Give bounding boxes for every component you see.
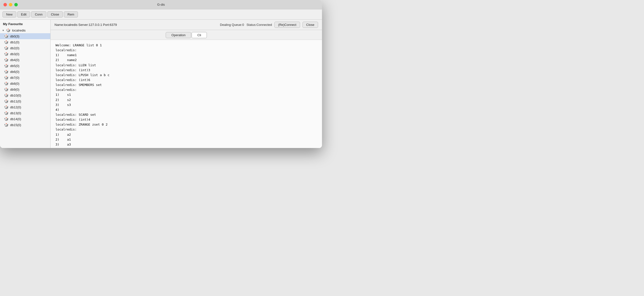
minimize-window-button[interactable] (9, 3, 12, 6)
titlebar: G-dis (0, 0, 322, 9)
server-item[interactable]: ▼ 🎲 localredis (0, 27, 50, 33)
content-area: My Favourite ▼ 🎲 localredis 🎲db0(3)🎲db1(… (0, 20, 322, 148)
database-item[interactable]: 🎲db13(0) (0, 110, 50, 116)
close-window-button[interactable] (4, 3, 7, 6)
db-name: db3(0) (10, 52, 20, 56)
db-name: db5(0) (10, 64, 20, 68)
tab-cli[interactable]: Cli (192, 32, 206, 38)
sidebar-title: My Favourite (0, 20, 50, 27)
db-name: db4(0) (10, 58, 20, 62)
app-window: G-dis New Edit Conn Close Rem My Favouri… (0, 0, 322, 148)
db-name: db2(0) (10, 46, 20, 50)
db-icon: 🎲 (4, 99, 9, 103)
db-icon: 🎲 (4, 40, 9, 44)
server-icon: 🎲 (6, 28, 10, 32)
connection-info: Name:localredis Server:127.0.0.1 Port:63… (54, 23, 117, 26)
database-item[interactable]: 🎲db10(0) (0, 92, 50, 98)
db-icon: 🎲 (4, 34, 9, 38)
new-button[interactable]: New (2, 11, 16, 17)
db-icon: 🎲 (4, 58, 9, 62)
database-item[interactable]: 🎲db3(0) (0, 51, 50, 57)
db-name: db1(0) (10, 40, 20, 44)
chevron-down-icon: ▼ (2, 29, 4, 32)
window-controls (4, 3, 18, 6)
sidebar: My Favourite ▼ 🎲 localredis 🎲db0(3)🎲db1(… (0, 20, 50, 148)
db-icon: 🎲 (4, 69, 9, 74)
close-button[interactable]: Close (47, 11, 63, 17)
db-name: db12(0) (10, 105, 21, 109)
db-icon: 🎲 (4, 93, 9, 97)
db-icon: 🎲 (4, 63, 9, 68)
db-icon: 🎲 (4, 46, 9, 50)
server-name: localredis (12, 28, 26, 32)
db-name: db10(0) (10, 94, 21, 97)
database-item[interactable]: 🎲db4(0) (0, 57, 50, 63)
db-name: db9(0) (10, 88, 20, 91)
tab-operation[interactable]: Operation (166, 32, 191, 38)
maximize-window-button[interactable] (14, 3, 18, 6)
db-name: db6(0) (10, 70, 20, 74)
db-icon: 🎲 (4, 105, 9, 109)
db-icon: 🎲 (4, 81, 9, 86)
db-icon: 🎲 (4, 52, 9, 56)
close-connection-button[interactable]: Close (302, 22, 318, 28)
db-name: db14(0) (10, 117, 21, 121)
database-list: 🎲db0(3)🎲db1(0)🎲db2(0)🎲db3(0)🎲db4(0)🎲db5(… (0, 33, 50, 128)
rem-button[interactable]: Rem (64, 11, 78, 17)
db-name: db8(0) (10, 82, 20, 85)
db-name: db7(0) (10, 76, 20, 79)
database-item[interactable]: 🎲db12(0) (0, 104, 50, 110)
toolbar: New Edit Conn Close Rem (0, 9, 322, 20)
cli-output: Welcome: LRANGE list 0 1 localredis: 1) … (50, 40, 322, 148)
connection-bar: Name:localredis Server:127.0.0.1 Port:63… (50, 20, 322, 30)
database-item[interactable]: 🎲db5(0) (0, 63, 50, 69)
database-item[interactable]: 🎲db0(3) (0, 33, 50, 39)
database-item[interactable]: 🎲db14(0) (0, 116, 50, 122)
database-item[interactable]: 🎲db1(0) (0, 39, 50, 45)
db-name: db11(0) (10, 99, 21, 103)
main-panel: Name:localredis Server:127.0.0.1 Port:63… (50, 20, 322, 148)
window-title: G-dis (157, 3, 165, 6)
db-icon: 🎲 (4, 75, 9, 80)
db-icon: 🎲 (4, 111, 9, 115)
connection-actions: Dealing Queue:0 Status:Connected (Re)Con… (220, 22, 318, 28)
database-item[interactable]: 🎲db2(0) (0, 45, 50, 51)
db-icon: 🎲 (4, 123, 9, 127)
reconnect-button[interactable]: (Re)Connect (274, 22, 300, 28)
queue-status: Dealing Queue:0 (220, 23, 244, 26)
connection-status: Status:Connected (246, 23, 272, 26)
db-name: db0(3) (10, 34, 20, 38)
database-item[interactable]: 🎲db6(0) (0, 69, 50, 75)
cli-text: Welcome: LRANGE list 0 1 localredis: 1) … (56, 43, 317, 148)
database-item[interactable]: 🎲db15(0) (0, 122, 50, 128)
database-item[interactable]: 🎲db7(0) (0, 75, 50, 80)
conn-button[interactable]: Conn (31, 11, 46, 17)
db-name: db15(0) (10, 123, 21, 127)
edit-button[interactable]: Edit (17, 11, 30, 17)
db-icon: 🎲 (4, 87, 9, 92)
database-item[interactable]: 🎲db11(0) (0, 98, 50, 104)
db-name: db13(0) (10, 111, 21, 115)
database-item[interactable]: 🎲db9(0) (0, 86, 50, 92)
db-icon: 🎲 (4, 117, 9, 121)
database-item[interactable]: 🎲db8(0) (0, 80, 50, 86)
tabs-bar: Operation Cli (50, 30, 322, 40)
